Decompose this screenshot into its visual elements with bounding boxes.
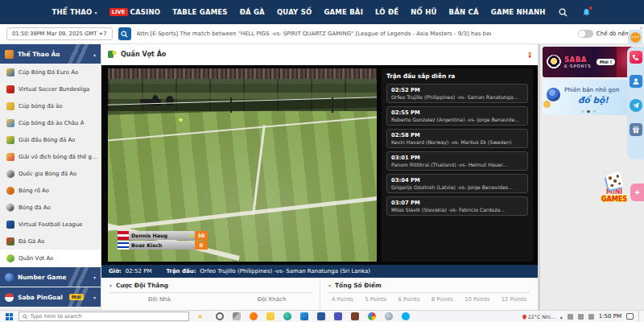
sidebar-item-virtual-football[interactable]: Bóng đá Ảo [0, 199, 101, 216]
saba-esports-banner[interactable]: SABA E·SPORTS Mới ! [543, 47, 634, 77]
cortana-icon[interactable] [216, 312, 224, 320]
sidebar-section-number-game[interactable]: Number Game ▾ [0, 267, 101, 287]
sidebar-item-virtual-tennis[interactable]: Quần Vợt Ảo [0, 250, 101, 266]
search-icon[interactable] [558, 6, 569, 18]
nav-live-casino[interactable]: LIVE CASINO [109, 8, 160, 16]
football-league-icon [6, 221, 14, 229]
nav-da-ga[interactable]: ĐÁ GÀ [240, 8, 265, 16]
sort-arrows[interactable]: ▲ ▼ [528, 51, 531, 59]
start-button[interactable] [6, 313, 13, 320]
language-icon[interactable] [588, 314, 594, 320]
match-card[interactable]: 03:01 PM Panom Rittikrai (Thailand) -vs-… [386, 151, 528, 171]
serve-indicator-icon [190, 234, 193, 237]
basketball-icon [6, 187, 14, 195]
phone-contact-button[interactable] [630, 51, 642, 64]
nav-lo-de[interactable]: LÔ ĐỀ [375, 8, 398, 16]
live-chat-button[interactable]: ••• [628, 30, 642, 44]
sidebar-item-virtual-football-league[interactable]: Virtual Football League [0, 216, 101, 233]
win-bet-header[interactable]: ▾ Cược Đội Thắng [109, 282, 312, 289]
match-card[interactable]: 02:55 PM Roberto Gonzalez (Argentina) -v… [386, 106, 528, 126]
volume-icon[interactable] [578, 314, 584, 320]
carousel-dot[interactable] [587, 110, 590, 114]
carousel-dot[interactable] [593, 110, 597, 114]
sidebar-item-world-cup[interactable]: Giải vô địch bóng đá thế giới ảo [0, 148, 101, 165]
sidebar: Thể Thao Ảo ▴ Cúp Bóng Đá Euro Ảo Virtua… [0, 44, 101, 310]
sidebar-item-nations-football[interactable]: Quốc gia Bóng đá Ảo [0, 165, 101, 182]
sidebar-item-virtual-basketball[interactable]: Bóng rổ Ảo [0, 182, 101, 199]
promo-tab[interactable] [630, 184, 644, 201]
football-trophy-icon [6, 136, 14, 144]
action-center-icon[interactable] [626, 313, 634, 320]
weather-widget[interactable]: 22°C Nhi... [522, 314, 555, 320]
ie-icon[interactable] [385, 312, 393, 320]
nav-ban-ca[interactable]: BẮN CÁ [449, 8, 479, 16]
sidebar-section-virtual-sports[interactable]: Thể Thao Ảo ▴ [0, 44, 101, 64]
store-icon[interactable] [283, 312, 291, 320]
sidebar-section-saba-pingoal[interactable]: Saba PinGoal Mới ▾ [0, 287, 101, 307]
scrollbar[interactable] [538, 44, 540, 310]
euro-cup-icon [6, 68, 14, 76]
dark-mode-toggle[interactable] [578, 30, 593, 38]
carousel-dot[interactable] [581, 110, 584, 114]
tray-chevron-up-icon[interactable]: ▴ [560, 314, 563, 320]
search-input[interactable] [31, 313, 185, 320]
sidebar-item-football-tournament[interactable]: Giải đấu Bóng đá Ảo [0, 131, 101, 148]
carousel-dots [543, 110, 634, 114]
teams-icon[interactable] [334, 312, 342, 320]
firefox-icon[interactable] [250, 312, 258, 320]
show-desktop-button[interactable] [638, 311, 641, 322]
top-nav: THỂ THAO ▾ LIVE CASINO TABLE GAMES ĐÁ GÀ… [0, 0, 644, 24]
sidebar-item-virtual-cup[interactable]: Cúp bóng đá ảo [0, 97, 101, 114]
network-icon[interactable] [568, 314, 573, 320]
sidebar-item-asia-cup[interactable]: Cúp bóng đá ảo Châu Á [0, 114, 101, 131]
compact-version-banner[interactable]: Phiên bản nhỏ gọn đổ bộ! [543, 80, 634, 115]
task-view-icon[interactable] [233, 312, 241, 320]
nav-table-games[interactable]: TABLE GAMES [172, 8, 228, 16]
israel-flag-icon [118, 241, 129, 250]
announcement-search-icon[interactable] [118, 27, 131, 40]
crowd-stand [108, 68, 377, 79]
cup-icon [6, 102, 14, 110]
taskbar-apps [216, 312, 410, 320]
sidebar-item-virtual-cockfight[interactable]: Đá Gà Ảo [0, 233, 101, 250]
bell-icon[interactable] [581, 6, 592, 18]
edge-icon[interactable] [300, 312, 308, 320]
total-points-header[interactable]: ▾ Tổng Số Điểm [328, 282, 530, 289]
match-card[interactable]: 02:58 PM Kevin Havard (Norway) -vs- Mark… [386, 129, 528, 148]
telegram-icon[interactable] [630, 99, 642, 112]
outlook-icon[interactable] [351, 312, 359, 320]
upcoming-title: Trận đấu sắp diễn ra [386, 72, 528, 80]
highlights-star-icon[interactable]: ★ [197, 313, 203, 320]
taskbar-clock[interactable]: 1:50 PM [599, 313, 621, 320]
taskbar-search[interactable] [19, 312, 189, 321]
nav-no-hu[interactable]: NỔ HŨ [411, 8, 436, 16]
betting-markets: ▾ Cược Đội Thắng Đội Nhà Đội Khách ▾ Tổn… [101, 278, 538, 310]
asia-cup-icon [6, 119, 14, 127]
bundesliga-icon [6, 85, 14, 93]
current-match-bar: Giờ: 02:52 PM Trận đấu: Orfeo Trujillo (… [101, 265, 538, 278]
skype-icon[interactable] [402, 312, 410, 320]
chevron-down-icon: ▾ [94, 10, 97, 15]
dice-icon [605, 171, 623, 190]
nav-game-bai[interactable]: GAME BÀI [324, 8, 363, 16]
word-icon[interactable] [317, 312, 325, 320]
match-card[interactable]: 03:07 PM Milos Slavik (Slovakia) -vs- Fa… [386, 196, 528, 216]
austria-flag-icon [118, 231, 129, 240]
nav-quay-so[interactable]: QUAY SỐ [277, 8, 312, 16]
contact-float-column [627, 47, 644, 159]
live-badge: LIVE [109, 8, 128, 16]
gift-icon[interactable] [630, 123, 642, 136]
nav-game-nhanh[interactable]: GAME NHANH [491, 8, 546, 16]
nav-the-thao[interactable]: THỂ THAO ▾ [52, 8, 97, 16]
file-explorer-icon[interactable] [266, 312, 275, 320]
match-card[interactable]: 03:04 PM Grigorijs Ozolinsh (Latvia) -vs… [386, 174, 528, 193]
sidebar-item-euro-cup[interactable]: Cúp Bóng Đá Euro Ảo [0, 64, 101, 80]
chevron-up-icon: ▴ [93, 52, 96, 57]
match-card[interactable]: 02:52 PM Orfeo Trujillo (Philippines) -v… [386, 84, 528, 103]
chevron-down-icon: ▾ [93, 295, 96, 300]
customer-support-icon[interactable] [630, 75, 642, 88]
sidebar-item-bundesliga[interactable]: Virtual Soccer Bundesliga [0, 80, 101, 97]
virtual-sports-icon [5, 50, 14, 59]
chrome-icon[interactable] [368, 312, 376, 320]
points-option: 4 Points [332, 296, 353, 303]
